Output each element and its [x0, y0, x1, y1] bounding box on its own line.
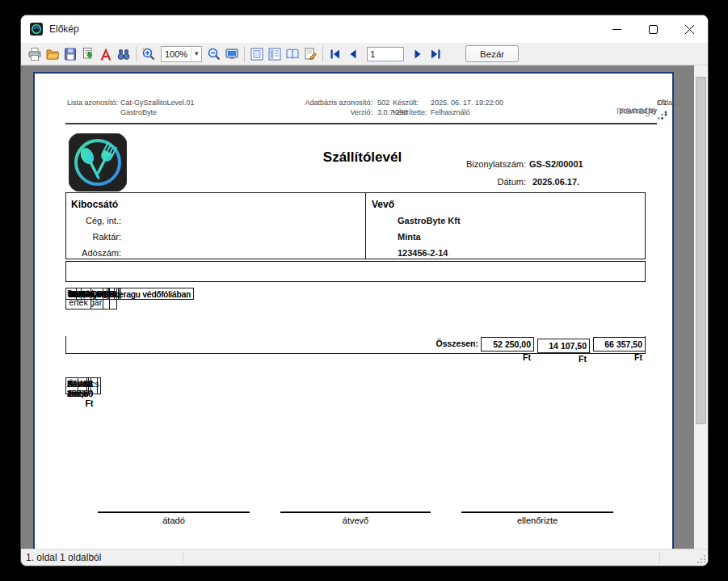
lista-azonosito-value2: GastroByte [120, 107, 157, 117]
document-title: Szállítólevél [44, 149, 681, 166]
vevo-ceg-value: GastroByte Kft [398, 216, 461, 225]
screen: Előkép [0, 0, 728, 581]
minimize-button[interactable] [599, 15, 635, 43]
zoom-value: 100% [162, 49, 191, 59]
next-page-icon[interactable] [409, 45, 427, 63]
scrollbar-thumb[interactable] [696, 77, 706, 424]
first-page-icon[interactable] [326, 45, 344, 63]
statusbar: 1. oldal 1 oldalból [21, 549, 708, 566]
toolbar-separator [322, 46, 323, 62]
notes-box [65, 261, 646, 282]
app-icon [30, 23, 43, 36]
titlebar[interactable]: Előkép [21, 15, 708, 43]
vevo-raktar-value: Minta [398, 232, 421, 242]
close-button[interactable] [671, 15, 708, 43]
page-status-text: 1. oldal 1 oldalból [26, 552, 101, 563]
verzio-label: Verzió: [261, 107, 372, 117]
bizonylatszam-label: Bizonylatszám: [390, 159, 526, 169]
facing-pages-icon[interactable] [284, 45, 301, 63]
keszult-value: 2025. 06. 17. 19:22:00 [431, 98, 503, 107]
bezar-button[interactable]: Bezár [465, 45, 519, 62]
whole-page-icon[interactable] [248, 45, 266, 63]
cell-brutto-ertek: 12 065,00 Ft [65, 288, 120, 300]
signature-label-atado: átadó [98, 516, 250, 525]
lista-azonosito-label: Lista azonosító: [67, 98, 118, 107]
kibocsato-heading: Kibocsátó [71, 199, 118, 210]
keszult-label: Készült: [393, 98, 419, 107]
signature-line [461, 512, 613, 513]
chevron-down-icon: ▼ [191, 47, 201, 61]
maximize-button[interactable] [635, 15, 671, 43]
toolbar-separator [244, 46, 245, 62]
total-netto: 52 250,00 Ft [481, 337, 534, 352]
resize-grip-icon[interactable] [696, 554, 706, 564]
toolbar-separator [136, 46, 137, 62]
parties-divider [365, 193, 366, 259]
lista-azonosito-value: Cat-GySzallitoLevel.01 [120, 98, 195, 107]
statusbar-divider [183, 551, 183, 564]
parties-box: Kibocsátó Cég, int.: Raktár: Adószám: Ve… [65, 192, 646, 259]
raktar-label: Raktár: [68, 232, 121, 242]
datum-value: 2025.06.17. [532, 177, 579, 187]
zoom-out-icon[interactable] [205, 45, 223, 63]
vertical-scrollbar[interactable] [694, 65, 708, 549]
zoom-in-icon[interactable] [140, 45, 158, 63]
signature-label-atvevo: átvevő [280, 516, 431, 525]
totals-row: Összesen: 52 250,00 Ft 14 107,50 Ft 66 3… [65, 336, 646, 354]
vevo-adoszam-value: 123456-2-14 [398, 248, 448, 258]
keszitette-label: Készítette: [393, 107, 427, 117]
document-page: Lista azonosító: Cat-GySzallitoLevel.01 … [33, 72, 674, 549]
signature-label-ellenorizte: ellenőrizte [461, 516, 613, 525]
export-icon[interactable] [79, 45, 97, 63]
adoszam-label: Adószám: [68, 248, 121, 258]
save-icon[interactable] [61, 45, 79, 63]
preview-area: Lista azonosító: Cat-GySzallitoLevel.01 … [21, 65, 708, 549]
adatbazis-value: 502 [377, 98, 389, 107]
cell-brutto: 66 357,50 Ft [65, 377, 98, 394]
pdf-icon[interactable] [97, 45, 115, 63]
header-divider [65, 123, 657, 124]
zoom-dropdown[interactable]: 100% ▼ [161, 46, 202, 62]
adatbazis-label: Adatbázis azonosító: [261, 98, 372, 107]
datum-label: Dátum: [390, 177, 526, 187]
prev-page-icon[interactable] [344, 45, 362, 63]
statusbar-divider [659, 551, 660, 564]
last-page-icon[interactable] [427, 45, 444, 63]
oldal-value: 1/1 [657, 98, 667, 107]
fit-screen-icon[interactable] [223, 45, 241, 63]
find-icon[interactable] [115, 45, 133, 63]
ceg-label: Cég, int.: [68, 216, 121, 225]
preview-window: Előkép [20, 15, 709, 566]
page-number-input[interactable] [367, 47, 404, 61]
print-icon[interactable] [26, 45, 44, 63]
total-brutto: 66 357,50 Ft [593, 337, 646, 352]
signature-line [280, 512, 431, 513]
osszesen-label: Összesen: [372, 339, 478, 348]
powered-by: powered by manage [520, 106, 657, 116]
total-afa: 14 107,50 Ft [537, 339, 590, 353]
page-setup-icon[interactable] [301, 45, 319, 63]
signature-line [98, 512, 250, 513]
keszitette-value: Felhasználó [431, 107, 470, 117]
toolbar: 100% ▼ [21, 43, 708, 65]
window-title: Előkép [49, 23, 79, 35]
powered-by-label: powered by [619, 106, 657, 116]
bizonylatszam-value: GS-S2/00001 [529, 159, 583, 169]
page-list-icon[interactable] [266, 45, 284, 63]
vevo-heading: Vevő [372, 199, 394, 210]
open-icon[interactable] [44, 45, 61, 63]
